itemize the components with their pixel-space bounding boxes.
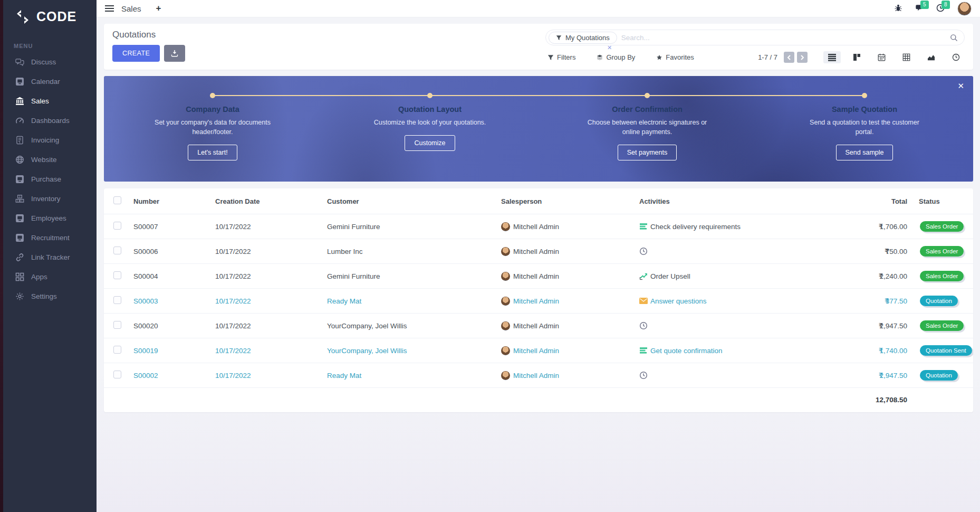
pager-next-button[interactable] [797,52,808,63]
cell-creation-date: 10/17/2022 [211,314,323,338]
debug-bug-icon[interactable] [894,4,904,13]
activity-button[interactable]: Answer questions [639,297,852,305]
view-activity-button[interactable] [947,51,965,63]
cell-number: S00003 [129,289,211,314]
sidebar-item-sales[interactable]: Sales [3,91,97,111]
activity-button[interactable]: Check delivery requirements [639,222,852,231]
step-action-button[interactable]: Send sample [836,145,893,160]
activity-label: Check delivery requirements [650,223,741,231]
favorites-button[interactable]: Favorites [656,53,694,61]
sidebar-item-label: Invoicing [31,136,59,144]
sidebar-item-discuss[interactable]: Discuss [3,52,97,72]
sidebar-item-dashboards[interactable]: Dashboards [3,111,97,130]
salesperson-avatar [501,272,510,281]
sidebar-item-calendar[interactable]: Calendar [3,72,97,91]
row-checkbox[interactable] [113,371,121,378]
cell-activities [635,314,857,338]
salesperson-name: Mitchell Admin [513,297,559,305]
sidebar-item-label: Website [31,156,57,164]
step-action-button[interactable]: Let's start! [188,145,237,160]
cell-salesperson: Mitchell Admin [497,338,635,363]
cell-status: Quotation Sent [915,338,973,363]
search-facet-my-quotations[interactable]: My Quotations [549,32,617,44]
sidebar-item-label: Settings [31,292,57,300]
activity-button[interactable] [639,371,852,380]
sidebar-item-recruitment[interactable]: Recruitment [3,228,97,248]
search-icon[interactable] [950,34,958,44]
cell-customer: Ready Mat [323,363,497,388]
onboarding-banner: ✕ Company DataSet your company's data fo… [104,76,973,182]
view-calendar-button[interactable] [873,51,890,63]
select-all-checkbox[interactable] [113,196,121,204]
sidebar-item-settings[interactable]: Settings [3,287,97,306]
step-action-button[interactable]: Set payments [618,145,677,160]
cell-customer: Lumber Inc [323,239,497,264]
column-header-total[interactable]: Total [857,188,915,214]
view-graph-button[interactable] [923,51,940,63]
group-by-button[interactable]: Group By [597,53,635,61]
step-description: Send a quotation to test the customer po… [803,118,927,137]
total-amount: 2,947.50 [879,372,907,380]
sidebar-item-website[interactable]: Website [3,150,97,169]
cell-total: ₹1,706.00 [857,214,915,239]
table-row[interactable]: S0002010/17/2022YourCompany, Joel Willis… [104,314,973,338]
view-kanban-button[interactable] [848,51,866,63]
table-row[interactable]: S0000210/17/2022Ready MatMitchell Admin₹… [104,363,973,388]
export-button[interactable] [164,45,185,62]
module-icon [15,77,24,86]
sidebar-item-link-tracker[interactable]: Link Tracker [3,248,97,267]
column-header-customer[interactable]: Customer [323,188,497,214]
onboarding-step-order-confirmation: Order ConfirmationChoose between electro… [539,76,756,182]
sidebar-item-apps[interactable]: Apps [3,267,97,287]
activity-button[interactable] [639,321,852,330]
activity-button[interactable]: Order Upsell [639,272,852,280]
activities-clock-icon[interactable]: 8 [936,4,946,13]
row-checkbox[interactable] [113,346,121,354]
filters-button[interactable]: Filters [547,53,575,61]
search-bar[interactable]: My Quotations ✕ [545,30,965,45]
column-header-salesperson[interactable]: Salesperson [497,188,635,214]
column-header-creation-date[interactable]: Creation Date [211,188,323,214]
sidebar-item-inventory[interactable]: Inventory [3,189,97,208]
table-row[interactable]: S0000610/17/2022Lumber IncMitchell Admin… [104,239,973,264]
create-button[interactable]: CREATE [112,45,160,62]
new-tab-plus-icon[interactable]: + [156,3,161,14]
pager-previous-button[interactable] [784,52,794,63]
total-amount: 1,740.00 [879,347,907,355]
table-row[interactable]: S0000310/17/2022Ready MatMitchell AdminA… [104,289,973,314]
row-checkbox[interactable] [113,246,121,254]
table-row[interactable]: S0001910/17/2022YourCompany, Joel Willis… [104,338,973,363]
sidebar-item-invoicing[interactable]: Invoicing [3,130,97,150]
row-checkbox[interactable] [113,222,121,230]
salesperson-avatar [501,247,510,256]
column-header-status[interactable]: Status [915,188,973,214]
apps-menu-toggle-icon[interactable] [105,5,114,12]
facet-remove-icon[interactable]: ✕ [607,44,612,51]
chevron-left-icon [787,55,791,60]
cell-status: Sales Order [915,314,973,338]
step-action-button[interactable]: Customize [405,135,455,151]
brand-logo[interactable]: CODE [3,0,97,33]
column-header-number[interactable]: Number [129,188,211,214]
salesperson-avatar [501,321,510,330]
row-checkbox[interactable] [113,321,121,329]
sidebar-item-employees[interactable]: Employees [3,208,97,228]
row-checkbox[interactable] [113,296,121,304]
row-checkbox[interactable] [113,271,121,279]
messages-icon[interactable]: 5 [915,4,925,13]
search-input[interactable] [617,34,946,42]
view-pivot-button[interactable] [898,51,915,63]
table-row[interactable]: S0000710/17/2022Gemini FurnitureMitchell… [104,214,973,239]
view-list-button[interactable] [823,51,841,63]
total-amount: 2,947.50 [879,322,907,330]
cell-activities: Get quote confirmation [635,338,857,363]
table-row[interactable]: S0000410/17/2022Gemini FurnitureMitchell… [104,264,973,289]
activity-button[interactable]: Get quote confirmation [639,346,852,355]
activity-button[interactable] [639,247,852,255]
column-header-activities[interactable]: Activities [635,188,857,214]
activity-label: Order Upsell [650,272,690,280]
cell-status: Sales Order [915,239,973,264]
app-tab-sales[interactable]: Sales [121,4,141,13]
user-avatar[interactable] [957,2,972,16]
sidebar-item-purchase[interactable]: Purchase [3,169,97,189]
